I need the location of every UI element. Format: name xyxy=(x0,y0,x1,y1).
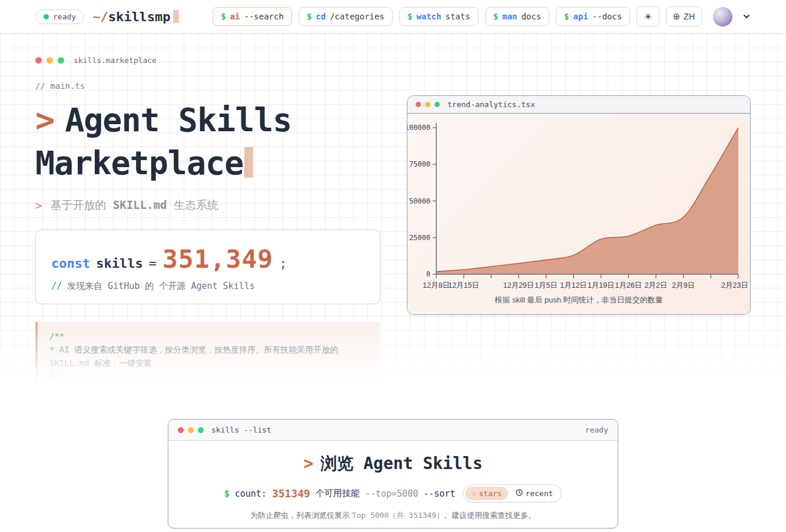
svg-text:50000: 50000 xyxy=(409,197,430,205)
count-row: $ count: 351349 个可用技能 --top=5000 --sort … xyxy=(168,484,618,503)
chart-window-title: trend-analytics.tsx xyxy=(447,100,535,109)
page: ready ~/skillsmp $ai--search$cd/categori… xyxy=(0,0,786,532)
prompt-glyph: > xyxy=(303,454,313,473)
chart-caption: 根据 skill 最后 push 时间统计，非当日提交的数量 xyxy=(407,295,750,305)
svg-text:1月19日: 1月19日 xyxy=(588,281,615,290)
status-dot-icon xyxy=(44,14,49,19)
svg-text:2月23日: 2月23日 xyxy=(721,281,748,290)
count-label: count: xyxy=(235,488,267,499)
user-avatar[interactable] xyxy=(713,7,732,26)
subtitle-prompt-glyph: > xyxy=(35,199,42,212)
logo-prefix: ~/ xyxy=(92,9,108,24)
svg-text:100000: 100000 xyxy=(407,124,430,132)
trend-chart-card: trend-analytics.tsx 02500050000750001000… xyxy=(407,95,751,315)
prompt-glyph: > xyxy=(35,101,54,139)
trend-area-chart: 025000500007500010000012月8日12月15日12月29日1… xyxy=(407,114,751,291)
svg-text:25000: 25000 xyxy=(409,234,430,242)
svg-text:0: 0 xyxy=(426,270,430,278)
status-label: ready xyxy=(53,12,76,21)
window-dot-red-icon xyxy=(416,102,421,107)
title-cursor xyxy=(244,147,253,178)
flag-top: --top=5000 xyxy=(365,488,418,499)
file-label: // main.ts xyxy=(35,81,389,91)
navbar-right: $ai--search$cd/categories$watchstats$man… xyxy=(213,6,751,26)
hero-section: skills.marketplace // main.ts >Agent Ski… xyxy=(0,34,786,393)
dollar-prompt: $ xyxy=(224,488,230,499)
svg-text:12月29日: 12月29日 xyxy=(503,281,535,290)
window-dot-yellow-icon xyxy=(47,57,53,64)
hero-left: skills.marketplace // main.ts >Agent Ski… xyxy=(35,56,389,392)
page-subtitle: > 基于开放的 SKILL.md 生态系统 xyxy=(35,198,389,213)
flag-sort: --sort xyxy=(423,488,455,499)
logo-cursor xyxy=(173,10,179,23)
hero-window-title: skills.marketplace xyxy=(74,56,157,65)
nav-button-man[interactable]: $mandocs xyxy=(485,7,549,26)
window-dot-red-icon xyxy=(178,427,184,433)
window-dot-green-icon xyxy=(435,102,440,107)
keyword-const: const xyxy=(51,256,90,271)
semicolon: ; xyxy=(279,256,287,271)
browse-status: ready xyxy=(585,425,608,434)
svg-text:1月26日: 1月26日 xyxy=(615,281,642,290)
window-dot-yellow-icon xyxy=(425,102,430,107)
count-suffix: 个可用技能 xyxy=(316,488,360,499)
svg-text:2月2日: 2月2日 xyxy=(645,281,668,290)
status-pill: ready xyxy=(35,9,84,24)
navbar-left: ready ~/skillsmp xyxy=(35,9,179,24)
window-dot-yellow-icon xyxy=(188,427,194,433)
browse-body: >浏览 Agent Skills $ count: 351349 个可用技能 -… xyxy=(168,453,618,521)
page-title: >Agent Skills Marketplace xyxy=(35,99,365,185)
browse-window-bar: skills --list ready xyxy=(168,420,618,441)
doc-comment-block: /** * AI 语义搜索或关键字筛选，按分类浏览，按热度排序。所有技能采用开放… xyxy=(35,322,380,392)
nav-button-ai[interactable]: $ai--search xyxy=(213,7,292,26)
chart-body: 025000500007500010000012月8日12月15日12月29日1… xyxy=(407,114,750,315)
globe-icon: ⊕ xyxy=(673,11,681,22)
count-value: 351349 xyxy=(272,487,310,500)
sun-icon: ☀ xyxy=(644,11,652,22)
sort-toggle: ☆starsrecent xyxy=(463,484,562,503)
hero-window-bar: skills.marketplace xyxy=(35,56,389,65)
star-icon: ☆ xyxy=(472,489,476,498)
svg-text:75000: 75000 xyxy=(409,160,430,168)
equals-sign: = xyxy=(149,256,157,271)
nav-button-cd[interactable]: $cd/categories xyxy=(299,7,393,26)
navbar: ready ~/skillsmp $ai--search$cd/categori… xyxy=(0,0,786,34)
svg-text:12月8日: 12月8日 xyxy=(423,281,450,290)
window-dot-red-icon xyxy=(35,57,42,64)
logo-name: skillsmp xyxy=(108,9,171,24)
browse-note: 为防止爬虫，列表浏览仅展示 Top 5000（共 351349）。建议使用搜索查… xyxy=(168,510,618,521)
variable-name: skills xyxy=(96,256,142,271)
stat-line: const skills = 351,349 ; xyxy=(51,244,364,274)
stat-comment: // 发现来自 GitHub 的 个开源 Agent Skills xyxy=(51,281,364,292)
language-button[interactable]: ⊕ ZH xyxy=(666,6,702,26)
sort-option-recent[interactable]: recent xyxy=(509,487,559,500)
skills-count-value: 351,349 xyxy=(162,244,273,274)
theme-toggle-button[interactable]: ☀ xyxy=(636,6,659,26)
sort-option-stars[interactable]: ☆stars xyxy=(465,487,508,500)
svg-text:2月9日: 2月9日 xyxy=(672,281,695,290)
window-dot-green-icon xyxy=(198,427,204,433)
nav-items: $ai--search$cd/categories$watchstats$man… xyxy=(213,7,630,26)
browse-skills-card: skills --list ready >浏览 Agent Skills $ c… xyxy=(168,419,618,528)
svg-text:1月12日: 1月12日 xyxy=(560,281,587,290)
chevron-down-icon[interactable] xyxy=(742,12,751,21)
subtitle-text: 基于开放的 SKILL.md 生态系统 xyxy=(50,198,218,213)
language-label: ZH xyxy=(684,12,695,21)
svg-text:12月15日: 12月15日 xyxy=(448,281,479,290)
browse-window-title: skills --list xyxy=(211,425,271,434)
clock-icon xyxy=(516,489,523,498)
skills-stat-card: const skills = 351,349 ; // 发现来自 GitHub … xyxy=(35,230,380,304)
window-dot-green-icon xyxy=(58,57,64,64)
chart-window-bar: trend-analytics.tsx xyxy=(407,96,750,114)
nav-button-api[interactable]: $api--docs xyxy=(556,7,630,26)
app-logo[interactable]: ~/skillsmp xyxy=(92,9,178,24)
browse-title: >浏览 Agent Skills xyxy=(168,453,618,475)
svg-text:1月5日: 1月5日 xyxy=(535,281,558,290)
nav-button-watch[interactable]: $watchstats xyxy=(399,7,479,26)
